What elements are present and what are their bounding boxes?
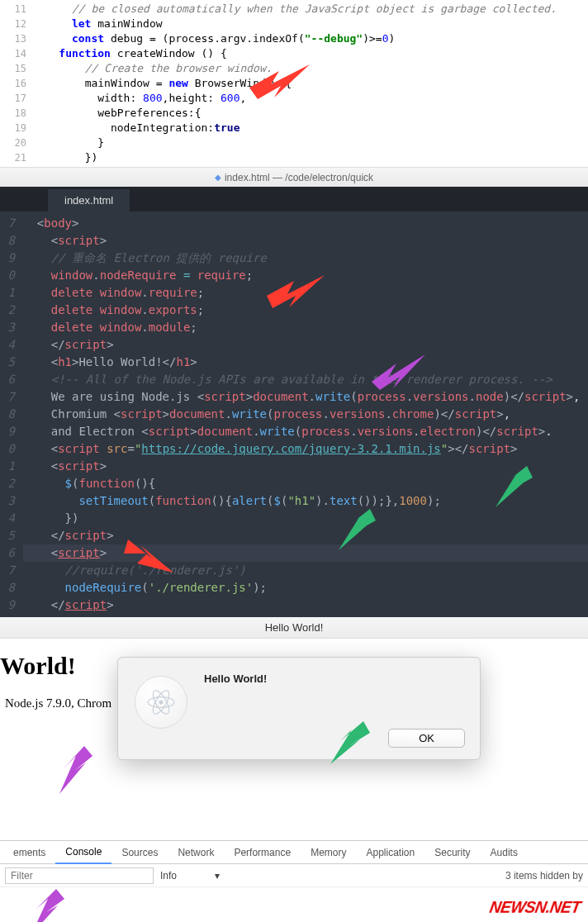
log-level-label: Info [160,870,177,882]
devtools-tab-ements[interactable]: ements [3,841,55,864]
devtools-tab-sources[interactable]: Sources [111,841,168,864]
devtools-tab-security[interactable]: Security [424,841,480,864]
file-bullet-icon: ◆ [215,173,221,182]
browser-titlebar: Hello World! [0,617,588,639]
window-titlebar: ◆ index.html — /code/electron/quick [0,167,588,187]
devtools-tab-performance[interactable]: Performance [224,841,301,864]
browser-window: Hello World! World! Node.js 7.9.0, Chrom… [0,617,588,837]
devtools-tab-application[interactable]: Application [356,841,424,864]
log-level-dropdown[interactable]: Info ▾ [160,870,220,882]
dialog-message: Hello World! [204,672,267,685]
svg-marker-10 [59,746,92,794]
editor-dark-pane[interactable]: index.html 78901234567890123456789 <body… [0,187,588,617]
arrow-purple-2 [50,746,99,800]
hidden-count: 3 items hidden by [505,870,583,882]
devtools-toolbar: Info ▾ 3 items hidden by [0,864,588,887]
watermark: NEWSN.NET [488,899,581,917]
svg-point-9 [159,701,163,704]
gutter-light: 1112131415161718192021 [0,0,33,167]
filter-input[interactable] [5,867,154,884]
devtools-tab-console[interactable]: Console [55,841,111,864]
chevron-down-icon: ▾ [215,870,220,882]
devtools-tab-network[interactable]: Network [168,841,224,864]
editor-tabs: index.html [0,187,588,211]
gutter-dark: 78901234567890123456789 [0,211,23,617]
code-dark[interactable]: <body> <script> // 重命名 Electron 提供的 requ… [23,211,588,617]
ok-button[interactable]: OK [388,729,465,748]
devtools-tabs: ementsConsoleSourcesNetworkPerformanceMe… [0,841,588,864]
browser-body: World! Node.js 7.9.0, Chrom Hello World!… [0,639,588,837]
code-light[interactable]: // be closed automatically when the Java… [33,0,588,167]
devtools-tab-audits[interactable]: Audits [481,841,528,864]
electron-icon [135,676,187,729]
devtools-tab-memory[interactable]: Memory [301,841,356,864]
window-title: index.html — /code/electron/quick [225,172,373,183]
editor-light-pane[interactable]: 1112131415161718192021 // be closed auto… [0,0,588,167]
alert-dialog: Hello World! OK [117,657,481,760]
tab-index-html[interactable]: index.html [48,189,130,211]
